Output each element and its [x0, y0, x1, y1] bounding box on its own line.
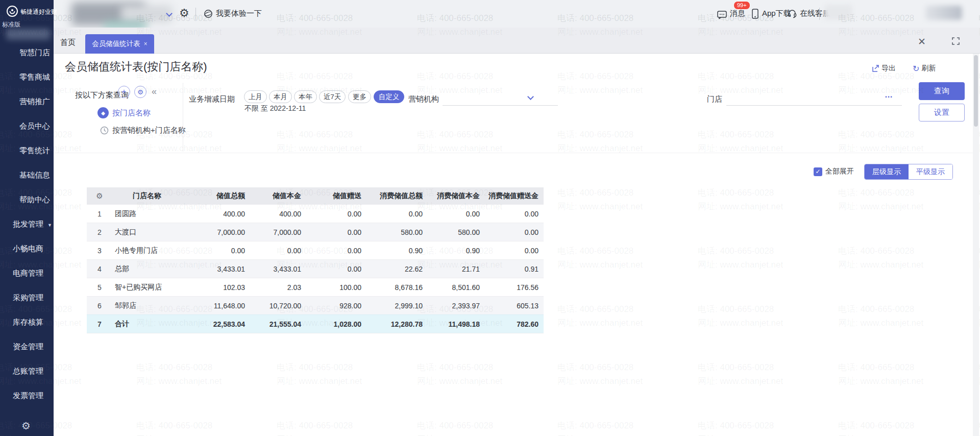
- expand-all-label: 全部展开: [825, 167, 854, 176]
- sidebar-item[interactable]: 帮助中心: [0, 195, 54, 205]
- phone-icon[interactable]: [752, 9, 758, 19]
- tab-close-icon[interactable]: ×: [144, 40, 148, 47]
- column-header: 门店名称: [112, 187, 176, 204]
- table-cell: 0.00: [306, 205, 366, 223]
- settings-button[interactable]: 设置: [919, 104, 965, 122]
- table-cell: 0.90: [428, 241, 485, 259]
- row-index: 5: [87, 278, 112, 296]
- sidebar-item[interactable]: 电商管理: [0, 269, 54, 278]
- clock-icon: [100, 126, 109, 135]
- globe-icon: [204, 9, 213, 18]
- scheme-cube-icon: ◆: [97, 107, 109, 118]
- sidebar-item[interactable]: 库存核算: [0, 318, 54, 327]
- org-select[interactable]: [443, 90, 558, 106]
- display-mode-toggle: 层级显示 平级显示: [864, 164, 953, 180]
- table-row[interactable]: 3小艳专用门店0.000.000.000.900.900.00: [87, 241, 544, 259]
- sidebar-item[interactable]: 发票管理: [0, 391, 54, 401]
- tab-strip: 首页 会员储值统计表 × ✕: [54, 28, 980, 54]
- store-name-cell: 大渡口: [112, 223, 176, 241]
- flat-view-button[interactable]: 平级显示: [909, 164, 952, 179]
- redaction-blur: [925, 6, 962, 20]
- redaction-blur: [6, 29, 50, 40]
- topbar: ⚙ 我要体验一下 消息 99+ App下载 在线客服: [54, 0, 980, 28]
- date-custom-pill[interactable]: 自定义: [374, 90, 404, 103]
- row-index: 4: [87, 260, 112, 278]
- table-cell: 12,280.78: [366, 315, 428, 333]
- messages-link[interactable]: 消息: [730, 9, 745, 18]
- sidebar-item[interactable]: 采购管理: [0, 293, 54, 303]
- tab-active[interactable]: 会员储值统计表 ×: [85, 34, 154, 54]
- store-select[interactable]: [726, 90, 902, 106]
- store-name-cell: 小艳专用门店: [112, 241, 176, 259]
- tab-home[interactable]: 首页: [60, 38, 76, 47]
- expand-all-checkbox[interactable]: ✓: [814, 167, 822, 176]
- sidebar-item[interactable]: 小畅电商: [0, 244, 54, 254]
- date-option-pill[interactable]: 近7天: [319, 90, 346, 103]
- table-cell: 0.00: [176, 241, 250, 259]
- date-option-pill[interactable]: 更多: [348, 90, 371, 103]
- app-download-link[interactable]: App下载: [762, 9, 791, 18]
- scheme-item-by-org-store[interactable]: 按营销机构+门店名称: [100, 126, 186, 135]
- sidebar-item[interactable]: 批发管理▼: [0, 220, 54, 229]
- scheme-item-by-store[interactable]: ◆ 按门店名称: [97, 107, 151, 118]
- table-cell: 0.00: [306, 260, 366, 278]
- sidebar-item[interactable]: 零售统计: [0, 146, 54, 156]
- message-bubble-icon[interactable]: [717, 11, 727, 19]
- table-row[interactable]: 5智+已购买网店102.032.03100.008,678.168,501.60…: [87, 278, 544, 296]
- column-header: 消费储值本金: [428, 187, 485, 204]
- table-cell: 928.00: [306, 297, 366, 314]
- table-row[interactable]: 2大渡口7,000.007,000.000.00580.00580.000.00: [87, 223, 544, 241]
- refresh-button[interactable]: ↻ 刷新: [913, 64, 936, 73]
- table-cell: 10,720.00: [250, 297, 306, 314]
- table-cell: 0.00: [250, 241, 306, 259]
- sidebar-item[interactable]: 零售商城: [0, 72, 54, 82]
- table-row[interactable]: 1团圆路400.00400.000.000.000.000.00: [87, 204, 544, 223]
- table-cell: 1,028.00: [306, 315, 366, 333]
- table-cell: 0.00: [485, 223, 544, 241]
- store-more-icon[interactable]: …: [885, 90, 893, 100]
- table-cell: 8,678.16: [366, 278, 428, 296]
- table-total-row[interactable]: 7合计22,583.0421,555.041,028.0012,280.7811…: [87, 314, 544, 333]
- sidebar-gear-icon[interactable]: ⚙: [21, 420, 31, 432]
- collapse-panel-icon[interactable]: «: [152, 86, 157, 97]
- table-cell: 2.03: [250, 278, 306, 296]
- scrollbar-thumb[interactable]: [974, 55, 978, 127]
- settings-gear-icon[interactable]: ⚙: [179, 7, 189, 20]
- edition-label: 标准版: [2, 20, 20, 29]
- sidebar-item[interactable]: 营销推广: [0, 97, 54, 107]
- table-row[interactable]: 6邹郭店11,648.0010,720.00928.002,999.102,39…: [87, 296, 544, 314]
- table-cell: 0.00: [485, 241, 544, 259]
- date-option-pill[interactable]: 上月: [244, 90, 267, 103]
- table-cell: 21.71: [428, 260, 485, 278]
- row-index: 2: [87, 223, 112, 241]
- close-icon[interactable]: ✕: [918, 36, 926, 47]
- scheme-settings-button[interactable]: ⚙: [134, 86, 146, 98]
- caret-down-icon: ▼: [47, 223, 52, 228]
- headset-icon[interactable]: [788, 9, 797, 18]
- store-name-cell: 邹郭店: [112, 297, 176, 314]
- org-filter-label: 营销机构: [408, 94, 439, 104]
- table-cell: 580.00: [428, 223, 485, 241]
- sidebar-item[interactable]: 会员中心: [0, 122, 54, 131]
- table-cell: 11,648.00: [176, 297, 250, 314]
- export-button[interactable]: 导出: [872, 64, 896, 73]
- date-range-value[interactable]: 不限 至 2022-12-11: [244, 104, 306, 113]
- hierarchical-view-button[interactable]: 层级显示: [865, 164, 909, 179]
- date-option-pill[interactable]: 本月: [269, 90, 292, 103]
- date-option-pill[interactable]: 本年: [294, 90, 317, 103]
- sidebar-item[interactable]: 基础信息: [0, 171, 54, 180]
- experience-link[interactable]: 我要体验一下: [216, 9, 262, 18]
- table-row[interactable]: 4总部3,433.013,433.010.0022.6221.710.91: [87, 259, 544, 278]
- add-scheme-button[interactable]: +: [118, 86, 130, 98]
- redaction-blur: [121, 5, 172, 22]
- table-gear-icon[interactable]: ⚙: [87, 187, 112, 204]
- fullscreen-icon[interactable]: [952, 37, 960, 45]
- sidebar-item[interactable]: 智慧门店: [0, 48, 54, 58]
- divider: [195, 8, 196, 20]
- query-button[interactable]: 查询: [919, 82, 965, 100]
- store-name-cell: 智+已购买网店: [112, 278, 176, 296]
- sidebar-item[interactable]: 总账管理: [0, 367, 54, 376]
- divider: [54, 153, 973, 153]
- table-cell: 3,433.01: [250, 260, 306, 278]
- sidebar-item[interactable]: 资金管理: [0, 342, 54, 352]
